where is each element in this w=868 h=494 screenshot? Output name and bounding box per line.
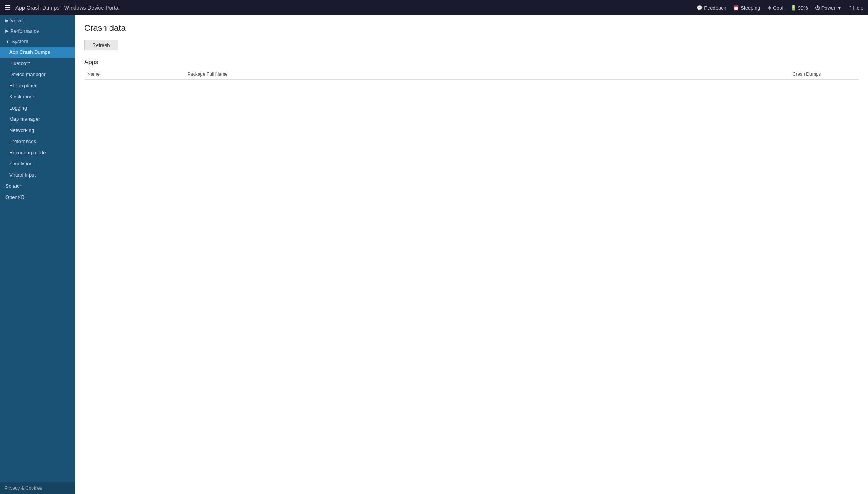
header-action-power[interactable]: ⏻Power ▼ [815,5,842,11]
sidebar-collapse-button[interactable]: ◀ [73,19,75,28]
sidebar-group-views[interactable]: ▶ Views [0,15,75,26]
battery-icon: 🔋 [790,5,796,11]
sidebar-group-views-label: Views [10,18,23,23]
sidebar-item-simulation[interactable]: Simulation [0,158,75,169]
header-action-sleeping[interactable]: ⏰Sleeping [733,5,760,11]
main-layout: ◀ ▶ Views ▶ Performance ▼ System App Cra… [0,15,868,494]
header-action-help[interactable]: ?Help [849,5,863,11]
header-action-battery[interactable]: 🔋99% [790,5,808,11]
cool-label: Cool [773,5,783,11]
battery-label: 99% [798,5,808,11]
power-label: Power ▼ [821,5,842,11]
system-items-container: App Crash DumpsBluetoothDevice managerFi… [0,47,75,180]
col-header-package: Package Full Name [184,72,790,77]
header-action-feedback[interactable]: 💬Feedback [696,5,726,11]
feedback-icon: 💬 [696,5,703,11]
sidebar-item-app-crash-dumps[interactable]: App Crash Dumps [0,47,75,58]
sidebar-item-kiosk-mode[interactable]: Kiosk mode [0,91,75,102]
sidebar-item-virtual-input[interactable]: Virtual Input [0,169,75,180]
col-header-name: Name [84,72,184,77]
sidebar-group-performance-label: Performance [10,28,39,34]
sidebar-item-map-manager[interactable]: Map manager [0,113,75,125]
sidebar-item-networking[interactable]: Networking [0,125,75,136]
apps-section-title: Apps [84,59,859,66]
sidebar-item-openxr[interactable]: OpenXR [0,192,75,203]
sleeping-label: Sleeping [741,5,760,11]
sleeping-icon: ⏰ [733,5,739,11]
system-arrow: ▼ [5,39,10,44]
sidebar-item-recording-mode[interactable]: Recording mode [0,147,75,158]
app-header: ☰ App Crash Dumps - Windows Device Porta… [0,0,868,15]
views-arrow: ▶ [5,18,8,23]
content-area: Crash data Refresh Apps Name Package Ful… [75,15,868,494]
header-actions: 💬Feedback⏰Sleeping❄Cool🔋99%⏻Power ▼?Help [696,5,863,11]
sidebar-item-bluetooth[interactable]: Bluetooth [0,58,75,69]
menu-icon[interactable]: ☰ [5,3,11,12]
sidebar-item-logging[interactable]: Logging [0,102,75,113]
table-header-row: Name Package Full Name Crash Dumps [84,69,859,80]
power-icon: ⏻ [815,5,820,11]
sidebar-item-scratch[interactable]: Scratch [0,180,75,192]
refresh-button[interactable]: Refresh [84,40,118,50]
privacy-cookies-link[interactable]: Privacy & Cookies [0,482,75,494]
feedback-label: Feedback [704,5,726,11]
crash-data-table: Name Package Full Name Crash Dumps [84,69,859,80]
sidebar-group-system[interactable]: ▼ System [0,36,75,47]
help-icon: ? [849,5,851,11]
sidebar: ◀ ▶ Views ▶ Performance ▼ System App Cra… [0,15,75,494]
performance-arrow: ▶ [5,28,8,33]
page-title: Crash data [84,23,859,33]
sidebar-item-file-explorer[interactable]: File explorer [0,80,75,91]
sidebar-group-performance[interactable]: ▶ Performance [0,26,75,36]
sidebar-item-device-manager[interactable]: Device manager [0,69,75,80]
app-title: App Crash Dumps - Windows Device Portal [15,5,696,11]
sidebar-group-system-label: System [12,38,28,44]
cool-icon: ❄ [767,5,771,11]
sidebar-item-preferences[interactable]: Preferences [0,136,75,147]
help-label: Help [853,5,863,11]
header-action-cool[interactable]: ❄Cool [767,5,783,11]
col-header-crashes: Crash Dumps [790,72,859,77]
